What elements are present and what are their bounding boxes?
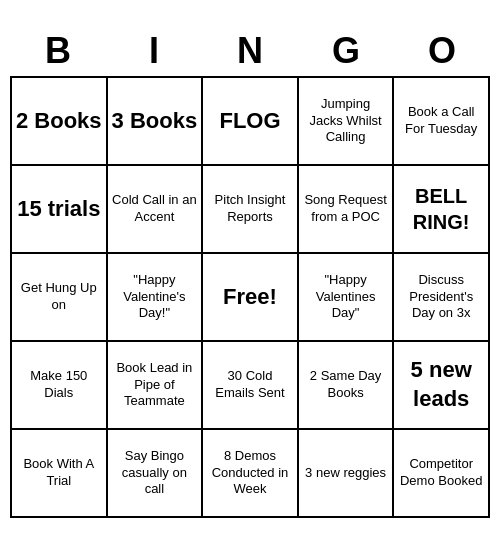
bingo-cell-0[interactable]: 2 Books <box>12 78 108 166</box>
bingo-cell-22[interactable]: 8 Demos Conducted in Week <box>203 430 299 518</box>
bingo-cell-13[interactable]: "Happy Valentines Day" <box>299 254 395 342</box>
bingo-cell-10[interactable]: Get Hung Up on <box>12 254 108 342</box>
letter-o: O <box>398 30 486 72</box>
bingo-cell-5[interactable]: 15 trials <box>12 166 108 254</box>
bingo-cell-21[interactable]: Say Bingo casually on call <box>108 430 204 518</box>
letter-n: N <box>206 30 294 72</box>
bingo-cell-8[interactable]: Song Request from a POC <box>299 166 395 254</box>
bingo-cell-9[interactable]: BELL RING! <box>394 166 490 254</box>
bingo-cell-18[interactable]: 2 Same Day Books <box>299 342 395 430</box>
bingo-cell-11[interactable]: "Happy Valentine's Day!" <box>108 254 204 342</box>
bingo-cell-20[interactable]: Book With A Trial <box>12 430 108 518</box>
bingo-header: B I N G O <box>10 26 490 76</box>
letter-i: I <box>110 30 198 72</box>
bingo-cell-7[interactable]: Pitch Insight Reports <box>203 166 299 254</box>
bingo-cell-3[interactable]: Jumping Jacks Whilst Calling <box>299 78 395 166</box>
bingo-cell-14[interactable]: Discuss President's Day on 3x <box>394 254 490 342</box>
letter-g: G <box>302 30 390 72</box>
letter-b: B <box>14 30 102 72</box>
bingo-card: B I N G O 2 Books3 BooksFLOGJumping Jack… <box>10 26 490 518</box>
bingo-cell-17[interactable]: 30 Cold Emails Sent <box>203 342 299 430</box>
bingo-grid: 2 Books3 BooksFLOGJumping Jacks Whilst C… <box>10 76 490 518</box>
bingo-cell-15[interactable]: Make 150 Dials <box>12 342 108 430</box>
bingo-cell-4[interactable]: Book a Call For Tuesday <box>394 78 490 166</box>
bingo-cell-6[interactable]: Cold Call in an Accent <box>108 166 204 254</box>
bingo-cell-23[interactable]: 3 new reggies <box>299 430 395 518</box>
bingo-cell-24[interactable]: Competitor Demo Booked <box>394 430 490 518</box>
bingo-cell-16[interactable]: Book Lead in Pipe of Teammate <box>108 342 204 430</box>
bingo-cell-12[interactable]: Free! <box>203 254 299 342</box>
bingo-cell-19[interactable]: 5 new leads <box>394 342 490 430</box>
bingo-cell-1[interactable]: 3 Books <box>108 78 204 166</box>
bingo-cell-2[interactable]: FLOG <box>203 78 299 166</box>
